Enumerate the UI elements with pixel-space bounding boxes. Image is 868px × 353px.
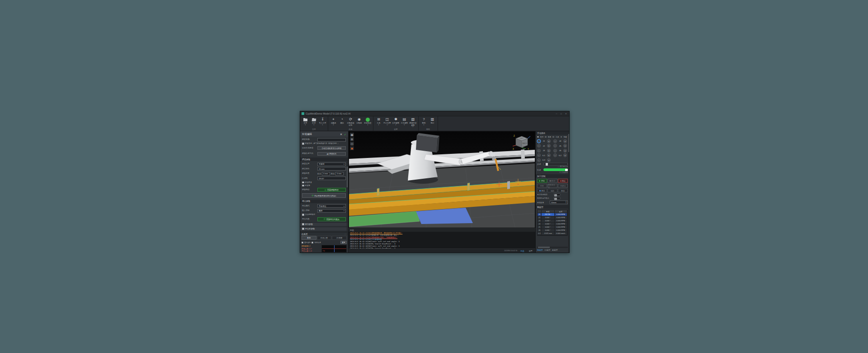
jog-minus-button[interactable]: −	[553, 149, 557, 153]
sim-tab-2d-view[interactable]: 2D视图	[332, 236, 347, 240]
locate-mode-select[interactable]: 启动寻位 ▾	[317, 204, 346, 208]
tools-button[interactable]: ⊞ 工具 ▾	[374, 117, 383, 126]
controller-init-button[interactable]: ⟳ 控制器初始化	[346, 117, 355, 126]
global-params-button[interactable]: ✱ 全局参数 ▾	[392, 117, 400, 126]
left-panel-scrollbar[interactable]	[347, 158, 348, 235]
3d-viewport[interactable]: ▦ ⚙ ◫ ▣ LEFT BACK Z X Y	[349, 131, 535, 228]
sim-tab-graphic[interactable]: 图形	[302, 236, 316, 240]
weld-close-checkbox[interactable]	[302, 143, 304, 145]
settings-tab[interactable]: 设置	[528, 250, 534, 252]
minimize-button[interactable]: ─	[556, 112, 557, 115]
weld-pose-params-button[interactable]: ▧ 焊接姿态参数 ▾	[409, 117, 417, 128]
weld-position-select[interactable]: 平焊缝 ▾	[317, 162, 346, 166]
single-sim-toggle[interactable]	[553, 193, 561, 196]
tab-axis-monitor[interactable]: 轴监控	[537, 249, 543, 251]
run-mode-button[interactable]: 运行	[547, 189, 557, 192]
controller-button[interactable]: ◉ 控制器	[355, 117, 363, 124]
stop-button[interactable]: ■停止	[558, 179, 568, 183]
table-row[interactable]: J3 0.000 ° 0.000 RPM	[538, 219, 567, 223]
show-coords-checkbox[interactable]	[302, 242, 303, 243]
radio-tool[interactable]	[552, 136, 554, 138]
radio-world[interactable]	[545, 136, 547, 138]
margin-start-input[interactable]: 0 mm	[322, 172, 330, 176]
table-row[interactable]: J5 0.000 ° 0.000 RPM	[538, 226, 567, 229]
reset-button[interactable]: 重置	[340, 241, 347, 244]
home-button[interactable]: 回原点	[558, 184, 568, 188]
pause-button[interactable]: ▮▮暂停	[547, 179, 557, 183]
maximize-button[interactable]: □	[561, 112, 562, 115]
travel-angle-input[interactable]: 18.00°	[317, 176, 346, 180]
gear-icon[interactable]: ⚙	[350, 137, 354, 141]
machine-status-button[interactable]: 机器状态 ▾	[363, 117, 372, 126]
table-row[interactable]: J2 0.000 ° 0.000 RPM	[538, 216, 567, 219]
input-type-select[interactable]: 阈值 ▾	[317, 209, 346, 213]
jog-minus-button[interactable]: −	[537, 153, 541, 157]
jog-plus-button[interactable]: +	[547, 158, 551, 162]
jog-minus-button[interactable]: −	[553, 139, 557, 143]
teach-pendant-button[interactable]: ⌖ 示教器 ▾	[329, 117, 338, 126]
radio-base[interactable]	[561, 136, 562, 138]
jog-minus-button[interactable]: −	[553, 153, 557, 157]
fast-toggle[interactable]	[543, 168, 568, 171]
title-bar[interactable]: CypWeldDemo Model [7.0.110.6] nut2.AI ─ …	[300, 111, 569, 116]
swing-checkbox[interactable]	[302, 223, 304, 225]
multilayer-checkbox[interactable]	[302, 181, 304, 184]
plc-position-button[interactable]: ◫ PLC位置 ▾	[383, 117, 392, 126]
jog-plus-button[interactable]: +	[547, 139, 551, 143]
slope-checkbox[interactable]	[302, 185, 304, 187]
import-part-button[interactable]: ↧ 导入工件 ▾	[318, 117, 327, 126]
log-tab[interactable]: 日志	[519, 250, 525, 252]
jog-minus-button[interactable]: −	[553, 144, 557, 148]
tab-ai-monitor[interactable]: AI监控	[552, 249, 557, 251]
jog-plus-button[interactable]: +	[547, 144, 551, 148]
close-button[interactable]: ✕	[565, 112, 567, 115]
debug-mode-button[interactable]: 调试	[537, 189, 547, 192]
process-params-button[interactable]: ▤ 工艺参数 ▾	[400, 117, 409, 126]
step-slider[interactable]	[543, 163, 568, 165]
backoff-spinner[interactable]: 10mm ▴▾	[550, 200, 568, 204]
update-locate-info-button[interactable]: ⟳ 更新寻位信息点	[317, 217, 346, 221]
log-lines[interactable]: 2023/8/4 16:42:15[W3]焊枪碰撞检测：请检查焊枪与工件间距！ …	[349, 232, 535, 248]
confirm-icon[interactable]: ✓	[344, 133, 346, 136]
jog-plus-button[interactable]: +	[563, 144, 567, 148]
save-mode-button[interactable]: 保存	[558, 189, 568, 192]
update-weld-path-button[interactable]: ⟳ 更新焊接路径	[317, 188, 346, 192]
goto-safe-button[interactable]: 跳到安全位	[547, 184, 557, 188]
paint-icon[interactable]: ▣	[350, 146, 354, 150]
radio-joint[interactable]	[537, 136, 539, 138]
table-row[interactable]: J1 -98.736 ° 0.000 RPM	[538, 213, 567, 216]
arc-trace-checkbox[interactable]	[311, 242, 313, 243]
auto-generate-button[interactable]: 自动生成距离等分点焊道	[317, 146, 346, 150]
jog-plus-button[interactable]: +	[563, 149, 567, 153]
jog-plus-button[interactable]: +	[547, 153, 551, 157]
jog-plus-button[interactable]: +	[547, 149, 551, 153]
margin-end-input[interactable]: 0 mm	[335, 172, 344, 176]
close-panel-icon[interactable]: ✕	[340, 133, 342, 136]
sim-2d-preview[interactable]: x-y	[321, 245, 347, 253]
right-panel-hscrollbar[interactable]	[537, 247, 568, 248]
sim-run-mode-toggle[interactable]	[553, 197, 561, 200]
file-button[interactable]: 文件 ▾	[301, 117, 310, 126]
stickout-input[interactable]: 25 mm	[317, 167, 346, 171]
back-button[interactable]: 回退	[537, 184, 547, 188]
help-button[interactable]: ? 帮助 ▾	[420, 117, 428, 126]
jog-minus-button[interactable]: −	[537, 149, 541, 153]
jog-minus-button[interactable]: −	[537, 144, 541, 148]
navigation-cube[interactable]: LEFT BACK Z X Y	[512, 133, 531, 150]
table-row[interactable]: J6 0.000 ° 0.000 RPM	[538, 229, 567, 232]
positioner-checkbox[interactable]	[302, 228, 304, 230]
auto-adjust-checkbox[interactable]	[302, 214, 304, 216]
jog-minus-button[interactable]: −	[537, 139, 541, 143]
right-panel-scrollbar[interactable]	[568, 131, 570, 253]
reverse-direction-button[interactable]: ⇄ 焊接反向	[317, 152, 346, 156]
view-grid-icon[interactable]: ▦	[350, 133, 354, 137]
tab-io-monitor[interactable]: IO监控	[545, 249, 551, 251]
jog-minus-button[interactable]: −	[537, 158, 541, 162]
start-button[interactable]: ▶开始	[537, 179, 547, 183]
sync-update-button[interactable]: ⟳ 同步更新焊接轨迹(U)(同步)	[302, 193, 346, 198]
table-row[interactable]: J4 0.000 ° 0.000 RPM	[538, 223, 567, 226]
stats-button[interactable]: ▥ 统计	[428, 117, 437, 124]
positioner-params-section[interactable]: 变位机参数	[300, 227, 348, 230]
table-row[interactable]: 6.X -3.925 mm 0.000 mm/s	[538, 232, 567, 235]
sim-tab-robot-view[interactable]: 机器人图	[317, 236, 332, 240]
